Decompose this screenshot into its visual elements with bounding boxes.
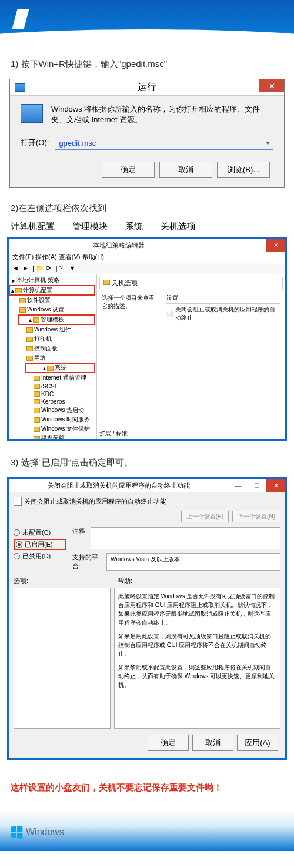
radio-icon[interactable]: [16, 541, 22, 548]
tree-system[interactable]: ▴系统: [25, 363, 95, 373]
close-button[interactable]: ✕: [259, 79, 284, 92]
gpedit-title: 本地组策略编辑器: [9, 241, 229, 250]
run-dialog: 运行 ✕ Windows 将根据你所输入的名称，为你打开相应的程序、文件夹、文档…: [9, 79, 285, 188]
toolbar[interactable]: ◄ ► | 📁 ⟳ | ? ▼: [9, 263, 285, 274]
browse-button[interactable]: 浏览(B)...: [217, 162, 270, 178]
refresh-icon[interactable]: ⟳: [46, 264, 54, 273]
minimize-button[interactable]: —: [229, 239, 248, 252]
settings-column: 设置 📄关闭会阻止或取消关机的应用程序的自动终止: [166, 294, 281, 323]
cancel-button[interactable]: 取消: [159, 162, 212, 178]
open-label: 打开(O):: [21, 138, 49, 148]
radio-enabled[interactable]: 已启用(E): [14, 539, 66, 550]
policy-titlebar: 关闭会阻止或取消关机的应用程序的自动终止功能 — ☐ ✕: [9, 479, 285, 492]
tree-item[interactable]: 磁盘配额: [10, 434, 95, 439]
next-setting-button[interactable]: 下一个设置(N): [232, 511, 280, 522]
run-input-value: gpedit.msc: [59, 139, 96, 148]
radio-not-configured[interactable]: 未配置(C): [14, 527, 66, 538]
filter-icon[interactable]: ▼: [69, 264, 78, 273]
apply-button[interactable]: 应用(A): [237, 735, 278, 751]
back-icon[interactable]: ◄: [12, 264, 21, 273]
tree-item[interactable]: 打印机: [10, 334, 95, 344]
close-button[interactable]: ✕: [266, 239, 285, 252]
help-pane: 此策略设置指定 Windows 是否允许没有可见顶级窗口的控制台应用程序和 GU…: [114, 588, 280, 729]
gpedit-window: 本地组策略编辑器 — ☐ ✕ 文件(F) 操作(A) 查看(V) 帮助(H) ◄…: [7, 237, 287, 441]
tree-item[interactable]: Windows 时间服务: [10, 415, 95, 424]
ok-button[interactable]: 确定: [102, 162, 155, 178]
tree-item[interactable]: Windows 设置: [10, 305, 95, 314]
tree-item[interactable]: Kerberos: [10, 398, 95, 405]
cancel-button[interactable]: 取消: [192, 735, 233, 751]
forward-icon[interactable]: ►: [22, 264, 31, 273]
policy-subtitle-row: 关闭会阻止或取消关机的应用程序的自动终止功能: [14, 497, 280, 506]
description-column: 选择一个项目来查看它的描述。: [102, 294, 161, 323]
run-dialog-title: 运行: [138, 81, 156, 93]
help-icon[interactable]: ?: [59, 264, 68, 273]
column-header-setting: 设置: [166, 294, 281, 304]
prev-setting-button[interactable]: 上一个设置(P): [181, 511, 229, 522]
right-pane-header: 关机选项: [99, 277, 283, 289]
policy-dialog: 关闭会阻止或取消关机的应用程序的自动终止功能 — ☐ ✕ 关闭会阻止或取消关机的…: [7, 477, 287, 760]
setting-item[interactable]: 📄关闭会阻止或取消关机的应用程序的自动终止: [166, 305, 281, 323]
platform-label: 支持的平台:: [72, 553, 103, 571]
tree-item[interactable]: Internet 通信管理: [10, 373, 95, 383]
radio-icon[interactable]: [14, 529, 20, 536]
tree-root[interactable]: ▸本地计算机 策略: [10, 276, 95, 285]
maximize-button[interactable]: ☐: [248, 239, 266, 252]
options-label: 选项:: [14, 577, 114, 585]
document-icon: [14, 497, 22, 506]
tree-admin-templates[interactable]: ▴管理模板: [18, 314, 95, 325]
comment-textarea[interactable]: [91, 527, 280, 549]
menu-bar[interactable]: 文件(F) 操作(A) 查看(V) 帮助(H): [9, 252, 285, 263]
warning-text: 这样设置的小盆友们，关机不要忘记保存重要文件哟！: [0, 772, 294, 804]
right-tabs[interactable]: 扩展 / 标准: [99, 430, 128, 438]
options-pane: [14, 588, 111, 729]
step-3-text: 3) 选择"已启用"点击确定即可。: [0, 451, 294, 474]
footer-logo: Windows: [11, 826, 64, 838]
folder-icon: [103, 280, 110, 285]
radio-group: 未配置(C) 已启用(E) 已禁用(D): [14, 527, 66, 577]
tree-item[interactable]: iSCSI: [10, 383, 95, 390]
tree-item[interactable]: Windows 文件保护: [10, 424, 95, 434]
tree-item[interactable]: Windows 组件: [10, 325, 95, 334]
help-paragraph: 此策略设置指定 Windows 是否允许没有可见顶级窗口的控制台应用程序和 GU…: [118, 592, 276, 627]
tree-item[interactable]: 软件设置: [10, 296, 95, 305]
step-2-path: 计算机配置——管理模块——系统——关机选项: [0, 220, 294, 237]
run-title-icon: [15, 83, 25, 92]
radio-icon[interactable]: [14, 553, 20, 559]
tree-item[interactable]: KDC: [10, 390, 95, 398]
gpedit-titlebar: 本地组策略编辑器 — ☐ ✕: [9, 239, 285, 252]
header-curve: [0, 29, 294, 53]
tree-computer-config[interactable]: ▴计算机配置: [9, 285, 95, 296]
dropdown-arrow-icon[interactable]: ▾: [266, 140, 269, 146]
run-dialog-titlebar: 运行 ✕: [10, 79, 284, 96]
minimize-button[interactable]: —: [229, 479, 248, 492]
platform-value: Windows Vista 及以上版本: [106, 553, 280, 571]
windows-logo-icon: [11, 826, 22, 838]
run-description-text: Windows 将根据你所输入的名称，为你打开相应的程序、文件夹、文档或 Int…: [51, 104, 273, 125]
tree-item[interactable]: 网络: [10, 353, 95, 363]
policy-title: 关闭会阻止或取消关机的应用程序的自动终止功能: [9, 481, 229, 490]
maximize-button[interactable]: ☐: [248, 479, 266, 492]
tree-item[interactable]: 控制面板: [10, 344, 95, 353]
step-2-text: 2)在左侧选项栏依次找到: [0, 197, 294, 220]
folder-icon[interactable]: 📁: [36, 264, 44, 273]
footer-banner: Windows: [0, 810, 294, 851]
step-1-text: 1) 按下Win+R快捷键，输入"gpedit.msc": [0, 53, 294, 76]
header-banner: [0, 0, 294, 53]
run-app-icon: [21, 104, 43, 123]
tree-pane[interactable]: ▸本地计算机 策略 ▴计算机配置 软件设置 Windows 设置 ▴管理模板 W…: [9, 274, 97, 439]
header-accent-shape: [12, 9, 29, 29]
footer-logo-text: Windows: [26, 827, 64, 837]
radio-disabled[interactable]: 已禁用(D): [14, 551, 66, 562]
right-pane: 关机选项 选择一个项目来查看它的描述。 设置 📄关闭会阻止或取消关机的应用程序的…: [97, 274, 285, 439]
policy-subtitle: 关闭会阻止或取消关机的应用程序的自动终止功能: [24, 497, 166, 506]
help-paragraph: 如果启用此设置，则没有可见顶级窗口且阻止或取消关机的控制台应用程序或 GUI 应…: [118, 632, 276, 658]
close-button[interactable]: ✕: [266, 479, 285, 492]
tree-item[interactable]: Windows 热启动: [10, 405, 95, 415]
help-label: 帮助:: [118, 577, 132, 585]
comment-label: 注释:: [72, 527, 87, 549]
ok-button[interactable]: 确定: [148, 735, 189, 751]
run-command-input[interactable]: gpedit.msc ▾: [55, 136, 273, 150]
help-paragraph: 如果禁用或不配置此设置，则这些应用程序将在关机期间自动终止，从而有助于确保 Wi…: [118, 663, 276, 689]
